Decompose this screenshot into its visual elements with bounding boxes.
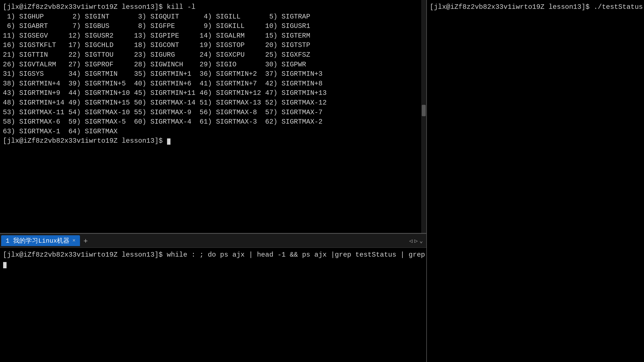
- signals-output: 1) SIGHUP 2) SIGINT 3) SIGQUIT 4) SIGILL…: [3, 12, 423, 136]
- tab-add-button[interactable]: +: [81, 235, 90, 246]
- bottom-pane[interactable]: [jlx@iZf8z2vb82x33v1iwrto19Z lesson13]$ …: [0, 248, 426, 362]
- cursor-top: [167, 138, 170, 145]
- cursor-bottom: [3, 262, 7, 268]
- left-panel: [jlx@iZf8z2vb82x33v1iwrto19Z lesson13]$ …: [0, 0, 427, 362]
- right-prompt: [jlx@iZf8z2vb82x33v1iwrto19Z lesson13]$: [430, 3, 590, 11]
- right-terminal-output: [jlx@iZf8z2vb82x33v1iwrto19Z lesson13]$ …: [430, 2, 641, 12]
- nav-left-icon[interactable]: ◁: [409, 237, 413, 244]
- terminal-container: [jlx@iZf8z2vb82x33v1iwrto19Z lesson13]$ …: [0, 0, 644, 362]
- top-pane[interactable]: [jlx@iZf8z2vb82x33v1iwrto19Z lesson13]$ …: [0, 0, 426, 234]
- bottom-terminal-output: [jlx@iZf8z2vb82x33v1iwrto19Z lesson13]$ …: [3, 250, 423, 269]
- scrollbar-thumb-top[interactable]: [422, 105, 426, 116]
- tab-item-1[interactable]: 1 我的学习Linux机器 ×: [1, 235, 80, 246]
- top-prompt: [jlx@iZf8z2vb82x33v1iwrto19Z lesson13]$: [3, 3, 163, 11]
- bottom-command: while : ; do ps ajx | head -1 && ps ajx …: [163, 251, 426, 259]
- tab-close-button[interactable]: ×: [72, 238, 75, 244]
- top-terminal-output: [jlx@iZf8z2vb82x33v1iwrto19Z lesson13]$ …: [3, 2, 423, 12]
- tab-bar: 1 我的学习Linux机器 × + ◁ ▷ ⌄: [0, 234, 426, 248]
- tab-nav-icons: ◁ ▷ ⌄: [409, 237, 425, 244]
- nav-right-icon[interactable]: ▷: [414, 237, 418, 244]
- bottom-prompt: [jlx@iZf8z2vb82x33v1iwrto19Z lesson13]$: [3, 251, 163, 259]
- tab-label: 1 我的学习Linux机器: [6, 236, 69, 245]
- scrollbar-top[interactable]: [421, 0, 426, 233]
- top-command: kill -l: [163, 3, 196, 11]
- top-end-prompt: [jlx@iZf8z2vb82x33v1iwrto19Z lesson13]$: [3, 136, 423, 146]
- nav-chevron-icon[interactable]: ⌄: [419, 237, 423, 244]
- right-command: ./testStatus: [590, 3, 644, 11]
- right-panel[interactable]: [jlx@iZf8z2vb82x33v1iwrto19Z lesson13]$ …: [427, 0, 644, 362]
